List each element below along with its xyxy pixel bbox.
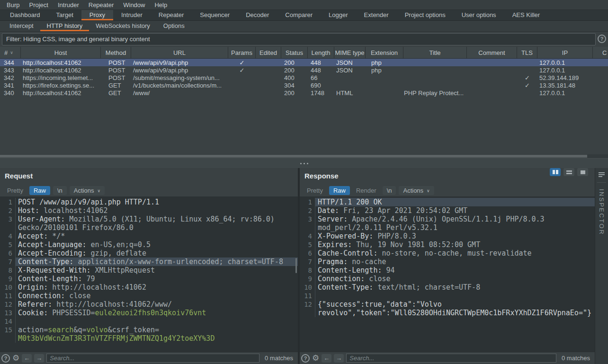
view-tab-actions[interactable]: Actions∨ [399, 186, 434, 195]
view-tab-pretty[interactable]: Pretty [4, 186, 27, 195]
chevron-down-icon: ∨ [97, 188, 100, 193]
gear-icon[interactable]: ⚙ [312, 354, 319, 362]
line-content: Expires: Thu, 19 Nov 1981 08:52:00 GMT [315, 240, 595, 249]
tab-project-options[interactable]: Project options [397, 10, 454, 20]
inspector-menu-icon[interactable] [599, 171, 605, 178]
column-header-params[interactable]: Params [228, 47, 256, 58]
column-header-label: Title [429, 49, 440, 56]
editor-line: 5Accept-Language: en-US,en;q=0.5 [0, 240, 298, 249]
line-number: 9 [300, 275, 315, 283]
line-content: Date: Fri, 23 Apr 2021 20:54:02 GMT [315, 206, 595, 215]
menu-project[interactable]: Project [24, 1, 53, 9]
search-prev-button[interactable]: ← [22, 354, 32, 363]
editor-line: revolvo","token":"Wll0S280OHdiNGRCTWpEM0… [300, 309, 595, 317]
column-header-title[interactable]: Title [403, 47, 467, 58]
inspector-rail[interactable]: INSPECTOR [595, 168, 608, 364]
search-next-button[interactable]: → [34, 354, 44, 363]
tab-decoder[interactable]: Decoder [238, 10, 277, 20]
view-tab-raw[interactable]: Raw [329, 186, 350, 195]
tab-user-options[interactable]: User options [454, 10, 504, 20]
search-next-button[interactable]: → [334, 354, 344, 363]
column-header-extra[interactable]: #∨ [0, 47, 21, 58]
view-tab-n[interactable]: \n [53, 186, 67, 195]
column-header-host[interactable]: Host [21, 47, 101, 58]
split-columns-button[interactable] [550, 168, 561, 176]
column-header-tls[interactable]: TLS [517, 47, 537, 58]
tab-repeater[interactable]: Repeater [151, 10, 192, 20]
search-prev-button[interactable]: ← [322, 354, 331, 363]
column-header-extension[interactable]: Extension [366, 47, 403, 58]
menu-help[interactable]: Help [150, 1, 172, 9]
table-hscrollbar-thumb[interactable] [0, 155, 587, 158]
tab-aes-killer[interactable]: AES Killer [504, 10, 548, 20]
view-tab-render[interactable]: Render [353, 186, 380, 195]
line-content: Host: localhost:41062 [15, 206, 298, 215]
subtab-options[interactable]: Options [157, 21, 191, 31]
response-search-input[interactable] [346, 354, 556, 363]
request-search-input[interactable] [46, 354, 259, 363]
view-tab-raw[interactable]: Raw [29, 186, 50, 195]
editor-line: 4Accept: */* [0, 232, 298, 240]
line-content: action=search&q=volvo&csrf_token= [15, 326, 298, 334]
chevron-down-icon: ∨ [427, 188, 430, 193]
help-icon[interactable]: ? [301, 354, 310, 363]
line-content: Gecko/20100101 Firefox/86.0 [15, 223, 298, 232]
column-header-mime-type[interactable]: MIME type [334, 47, 366, 58]
response-editor[interactable]: 1HTTP/1.1 200 OK2Date: Fri, 23 Apr 2021 … [300, 196, 595, 352]
table-row[interactable]: 342https://incoming.telemet...POST/submi… [0, 74, 608, 81]
view-tab-n[interactable]: \n [383, 186, 396, 195]
table-row[interactable]: 343http://localhost:41062POST/www/api/v9… [0, 66, 608, 74]
column-header-status[interactable]: Status [281, 47, 308, 58]
single-pane-button[interactable] [577, 168, 588, 176]
column-header-c[interactable]: C [593, 47, 608, 58]
column-header-label: Extension [371, 49, 398, 56]
tab-extender[interactable]: Extender [356, 10, 397, 20]
editor-line: 6Cache-Control: no-store, no-cache, must… [300, 249, 595, 257]
view-tab-actions[interactable]: Actions∨ [70, 186, 105, 195]
line-number: 3 [300, 215, 315, 223]
help-icon[interactable]: ? [1, 354, 10, 363]
column-header-method[interactable]: Method [101, 47, 131, 58]
tab-sequencer[interactable]: Sequencer [192, 10, 238, 20]
request-editor-scrollbar[interactable] [295, 258, 297, 273]
line-number: 7 [300, 257, 315, 266]
layout-buttons [550, 168, 588, 176]
split-rows-button[interactable] [563, 168, 574, 176]
subtab-websockets-history[interactable]: WebSockets history [89, 21, 157, 31]
filter-box[interactable]: Filter: Hiding CSS, image and general bi… [2, 33, 596, 45]
table-header: #∨HostMethodURLParamsEditedStatusLengthM… [0, 47, 608, 59]
column-header-length[interactable]: Length [308, 47, 334, 58]
table-row[interactable]: 340http://localhost:41062GET/www/2001748… [0, 89, 608, 97]
tab-target[interactable]: Target [48, 10, 81, 20]
line-content: M0t3bVdWcnZmT3R3TnVTZFFRMjZWMTNZQ1g4Y2to… [15, 334, 298, 343]
horizontal-splitter[interactable] [0, 158, 608, 169]
line-number: 11 [300, 292, 315, 300]
line-number: 12 [300, 300, 315, 309]
tab-logger[interactable]: Logger [321, 10, 356, 20]
menu-burp[interactable]: Burp [2, 1, 24, 9]
view-tab-pretty[interactable]: Pretty [304, 186, 326, 195]
line-number: 6 [300, 249, 315, 257]
tab-proxy[interactable]: Proxy [81, 10, 113, 20]
column-header-url[interactable]: URL [131, 47, 228, 58]
column-header-edited[interactable]: Edited [256, 47, 281, 58]
request-editor[interactable]: 1POST /www/api/v9/api.php HTTP/1.12Host:… [0, 196, 298, 352]
line-number: 12 [0, 300, 15, 309]
column-header-ip[interactable]: IP [537, 47, 593, 58]
gear-icon[interactable]: ⚙ [12, 354, 19, 362]
menu-intruder[interactable]: Intruder [53, 1, 84, 9]
column-header-comment[interactable]: Comment [467, 47, 517, 58]
tab-comparer[interactable]: Comparer [277, 10, 321, 20]
tab-intruder[interactable]: Intruder [113, 10, 151, 20]
subtab-intercept[interactable]: Intercept [3, 21, 40, 31]
line-content: Referer: http://localhost:41062/www/ [15, 300, 298, 309]
subtab-http-history[interactable]: HTTP history [40, 21, 89, 31]
editor-line: 11 [300, 292, 595, 300]
table-row[interactable]: 344http://localhost:41062POST/www/api/v9… [0, 59, 608, 66]
menu-window[interactable]: Window [118, 1, 150, 9]
tab-dashboard[interactable]: Dashboard [2, 10, 48, 20]
http-history-table: #∨HostMethodURLParamsEditedStatusLengthM… [0, 47, 608, 97]
filter-help-icon[interactable]: ? [598, 35, 606, 43]
table-row[interactable]: 341https://firefox.settings.se...GET/v1/… [0, 81, 608, 89]
menu-repeater[interactable]: Repeater [84, 1, 118, 9]
